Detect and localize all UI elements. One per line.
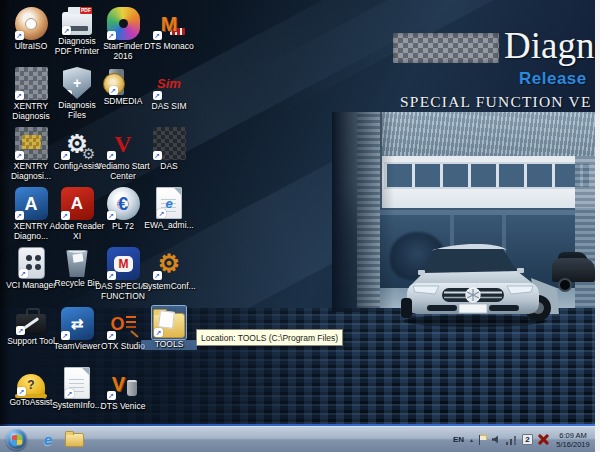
desktop-icon-das-special-function[interactable]: M↗DAS SPECIAL FUNCTION <box>100 246 146 306</box>
xentry-diagnostics-icon: A↗ <box>14 186 49 221</box>
desktop-icon-otx-studio[interactable]: O↗OTX Studio <box>100 306 146 366</box>
vediamo-start-center-icon: V↗ <box>106 126 141 161</box>
shortcut-arrow-icon: ↗ <box>107 211 116 220</box>
shortcut-arrow-icon: ↗ <box>107 271 116 280</box>
ewa-admin-icon: e↗ <box>155 186 183 220</box>
das-sim-icon: Sim↗ <box>152 66 187 101</box>
screen-right-border <box>595 0 600 452</box>
shortcut-arrow-icon: ↗ <box>153 91 162 100</box>
shortcut-arrow-icon: ↗ <box>107 31 116 40</box>
shortcut-arrow-icon: ↗ <box>62 26 71 35</box>
desktop-icon-xentry-diagnosis-2[interactable]: ↗XENTRY Diagnosi... <box>8 126 54 186</box>
shortcut-arrow-icon: ↗ <box>15 211 24 220</box>
xentry-diagnosis-2-icon: ↗ <box>14 126 49 161</box>
wallpaper-release-label: Release <box>519 69 587 89</box>
adobe-reader-xi-icon: A↗ <box>60 186 95 221</box>
internet-explorer-taskbar-button[interactable]: e <box>35 429 61 450</box>
internet-explorer-icon: e <box>44 431 52 448</box>
desktop-icon-vci-manager[interactable]: ↗VCI Manager <box>8 246 54 306</box>
diagnosis-pdf-printer-icon: PDF↗ <box>61 6 93 36</box>
teamviewer-icon: ⇄↗ <box>60 306 95 341</box>
desktop-icon-support-tool[interactable]: ↗Support Tool <box>8 306 54 366</box>
desktop-icon-systemconfig[interactable]: ⚙↗SystemConf... <box>146 246 192 306</box>
desktop-icon-diagnosis-pdf-printer[interactable]: PDF↗Diagnosis PDF Printer <box>54 6 100 66</box>
desktop-icon-sdmedia[interactable]: ↗SDMEDIA <box>100 66 146 126</box>
systemconfig-label: SystemConf... <box>141 282 197 292</box>
xentry-diagnosis-icon: ↗ <box>14 66 49 101</box>
desktop-icon-xentry-diagnosis[interactable]: ↗XENTRY Diagnosis <box>8 66 54 126</box>
desktop-icon-tools-folder[interactable]: ↗TOOLS <box>146 306 192 366</box>
desktop-icon-das[interactable]: ↗DAS <box>146 126 192 186</box>
tools-folder-label: TOOLS <box>141 340 197 350</box>
folder-icon <box>65 433 84 447</box>
desktop-icon-diagnosis-files[interactable]: +↗Diagnosis Files <box>54 66 100 126</box>
shortcut-arrow-icon: ↗ <box>107 331 116 340</box>
otx-studio-icon: O↗ <box>106 306 141 341</box>
dts-venice-label: DTS Venice <box>95 402 151 412</box>
desktop-icon-adobe-reader-xi[interactable]: A↗Adobe Reader XI <box>54 186 100 246</box>
desktop-icon-grid: ↗UltraISOPDF↗Diagnosis PDF Printer↗StarF… <box>8 6 192 426</box>
desktop[interactable]: Diagnos Release SPECIAL FUNCTION VE <box>0 0 600 452</box>
desktop-icon-systeminfo[interactable]: ↗SystemInfo... <box>54 366 100 426</box>
shortcut-arrow-icon: ↗ <box>16 326 25 335</box>
configassist-icon: ⚙↗ <box>60 126 95 161</box>
clock-time: 6:09 AM <box>554 431 592 440</box>
shortcut-arrow-icon: ↗ <box>107 151 116 160</box>
desktop-icon-teamviewer[interactable]: ⇄↗TeamViewer <box>54 306 100 366</box>
shortcut-arrow-icon: ↗ <box>153 31 162 40</box>
desktop-icon-ultraiso[interactable]: ↗UltraISO <box>8 6 54 66</box>
shortcut-arrow-icon: ↗ <box>107 391 116 400</box>
desktop-icon-das-sim[interactable]: Sim↗DAS SIM <box>146 66 192 126</box>
shortcut-arrow-icon: ↗ <box>153 151 162 160</box>
shortcut-arrow-icon: ↗ <box>15 151 24 160</box>
dts-monaco-icon: M↗ <box>152 6 187 41</box>
systeminfo-icon: ↗ <box>63 366 91 400</box>
shortcut-arrow-icon: ↗ <box>154 328 163 337</box>
desktop-icon-dts-monaco[interactable]: M↗DTS Monaco <box>146 6 192 66</box>
garage-beam <box>380 210 575 215</box>
tools-folder-tooltip: Location: TOOLS (C:\Program Files) <box>196 329 343 346</box>
desktop-icon-starfinder-2016[interactable]: ↗StarFinder 2016 <box>100 6 146 66</box>
das-sim-label: DAS SIM <box>141 102 197 112</box>
shortcut-arrow-icon: ↗ <box>61 331 70 340</box>
desktop-icon-recycle-bin[interactable]: Recycle Bin <box>54 246 100 306</box>
desktop-icon-gotoassist[interactable]: ?↗GoToAssist <box>8 366 54 426</box>
pl-72-icon: €↗ <box>106 186 141 221</box>
ewa-admin-label: EWA_admi... <box>141 221 197 231</box>
system-tray: EN ▲ 2 6:09 AM 5/16/2019 <box>453 431 600 449</box>
taskbar-clock[interactable]: 6:09 AM 5/16/2019 <box>554 431 592 449</box>
ultraiso-icon: ↗ <box>14 6 49 41</box>
show-hidden-icons-button[interactable]: ▲ <box>469 437 474 443</box>
shortcut-arrow-icon: ↗ <box>17 387 26 396</box>
shortcut-arrow-icon: ↗ <box>15 31 24 40</box>
vci-manager-icon: ↗ <box>17 246 46 280</box>
sdconnect-tray-icon[interactable]: 2 <box>522 434 533 445</box>
disconnected-x-icon[interactable] <box>538 434 549 445</box>
das-icon: ↗ <box>152 126 187 161</box>
sdmedia-icon: ↗ <box>108 66 139 96</box>
start-button[interactable] <box>6 429 27 450</box>
censored-brand-mosaic <box>393 33 499 63</box>
shortcut-arrow-icon: ↗ <box>65 389 74 398</box>
language-indicator[interactable]: EN <box>453 435 464 444</box>
shortcut-arrow-icon: ↗ <box>15 91 24 100</box>
tools-folder-icon: ↗ <box>152 306 186 339</box>
desktop-icon-configassist[interactable]: ⚙↗ConfigAssist <box>54 126 100 186</box>
das-label: DAS <box>141 162 197 172</box>
systemconfig-icon: ⚙↗ <box>152 246 187 281</box>
taskbar: e EN ▲ 2 6:09 AM 5/16/2019 <box>0 426 600 452</box>
shortcut-arrow-icon: ↗ <box>61 211 70 220</box>
garage-windows <box>384 162 589 189</box>
desktop-icon-pl-72[interactable]: €↗PL 72 <box>100 186 146 246</box>
desktop-icon-vediamo-start-center[interactable]: V↗Vediamo Start Center <box>100 126 146 186</box>
action-center-icon[interactable] <box>479 435 487 445</box>
support-tool-icon: ↗ <box>15 306 47 336</box>
desktop-icon-dts-venice[interactable]: V↗DTS Venice <box>100 366 146 426</box>
volume-icon[interactable] <box>492 435 501 444</box>
network-icon[interactable] <box>506 435 517 445</box>
desktop-icon-ewa-admin[interactable]: e↗EWA_admi... <box>146 186 192 246</box>
dts-venice-icon: V↗ <box>106 366 141 401</box>
windows-explorer-taskbar-button[interactable] <box>61 429 87 450</box>
desktop-icon-xentry-diagnostics[interactable]: A↗XENTRY Diagno... <box>8 186 54 246</box>
wallpaper-subheadline: SPECIAL FUNCTION VE <box>400 93 592 111</box>
